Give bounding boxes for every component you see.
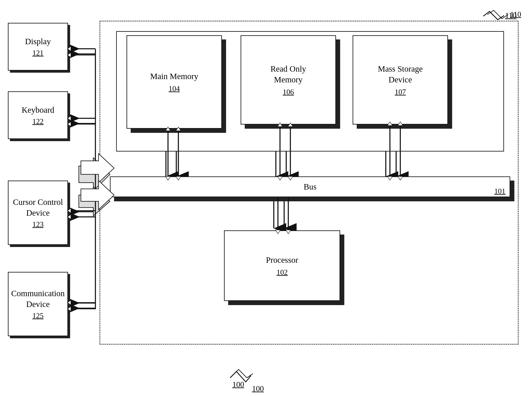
keyboard-label: Keyboard	[22, 105, 54, 115]
main-memory-ref: 104	[169, 84, 180, 93]
ref-100: 100	[252, 384, 264, 393]
processor-box: Processor 102	[224, 230, 340, 301]
keyboard-box: Keyboard 122	[8, 91, 68, 139]
main-memory-label: Main Memory	[150, 71, 198, 82]
display-ref: 121	[32, 49, 44, 57]
diagram-container: 110 Display 121 Keyboard 122 Cursor Cont…	[4, 8, 527, 386]
rom-ref: 106	[283, 87, 294, 96]
processor-ref: 102	[276, 268, 288, 277]
bus-ref: 101	[494, 187, 505, 196]
display-label: Display	[25, 36, 51, 47]
cursor-ref: 123	[32, 220, 44, 229]
comm-label: CommunicationDevice	[11, 288, 65, 310]
mass-storage-ref: 107	[395, 87, 406, 96]
keyboard-ref: 122	[32, 117, 44, 126]
comm-box: CommunicationDevice 125	[8, 272, 68, 336]
bus-box: Bus 101	[110, 176, 510, 197]
cursor-label: Cursor Control Device	[9, 197, 67, 218]
ref-110: 110	[505, 11, 517, 20]
display-box: Display 121	[8, 23, 68, 70]
comm-ref: 125	[32, 311, 44, 320]
rom-label: Read OnlyMemory	[270, 64, 306, 85]
cursor-box: Cursor Control Device 123	[8, 181, 68, 245]
main-memory-box: Main Memory 104	[126, 35, 222, 129]
mass-storage-label: Mass StorageDevice	[378, 64, 423, 85]
processor-label: Processor	[266, 255, 298, 265]
bus-label: Bus	[304, 181, 316, 192]
figure-ref-label: 100	[232, 380, 244, 389]
mass-storage-box: Mass StorageDevice 107	[353, 35, 448, 124]
rom-box: Read OnlyMemory 106	[240, 35, 336, 124]
